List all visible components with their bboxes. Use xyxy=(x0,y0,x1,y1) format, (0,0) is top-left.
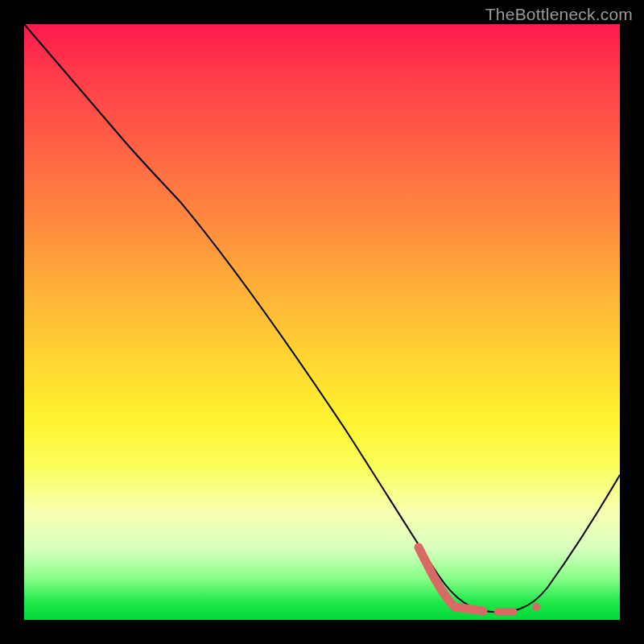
chart-frame: TheBottleneck.com xyxy=(0,0,644,644)
optimal-dot xyxy=(532,603,540,611)
optimal-segment-main xyxy=(419,547,483,611)
chart-overlay xyxy=(24,24,620,620)
watermark-text: TheBottleneck.com xyxy=(485,5,633,24)
bottleneck-curve xyxy=(24,24,620,612)
